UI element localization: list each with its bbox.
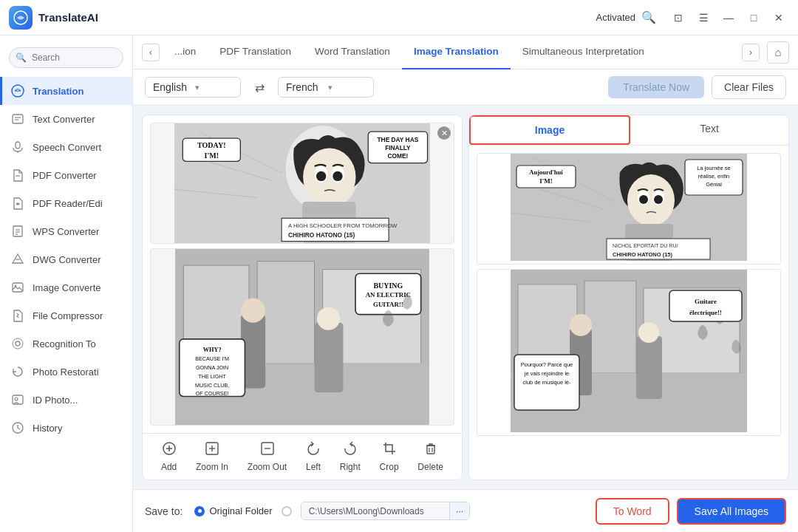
crop-btn[interactable]: Crop [375, 440, 403, 474]
tab-simultaneous[interactable]: Simultaneous Interpretation [511, 35, 656, 69]
swap-languages-btn[interactable]: ⇄ [248, 76, 270, 98]
delete-btn[interactable]: Delete [413, 440, 448, 474]
history-icon [10, 420, 25, 435]
svg-rect-6 [16, 142, 20, 149]
svg-text:FINALLY: FINALLY [385, 144, 411, 151]
activation-status: Activated 🔍 [596, 10, 656, 24]
translation-toolbar: English ▾ ⇄ French ▾ Translate Now Clear… [133, 69, 798, 106]
output-tab-text[interactable]: Text [630, 115, 788, 145]
sidebar-item-speech-convert[interactable]: Speech Convert [0, 133, 132, 161]
translation-icon [10, 83, 25, 98]
sidebar-item-recognition-label: Recognition To [33, 338, 96, 349]
dwg-converter-icon [10, 252, 25, 267]
sidebar-item-pdf-reader[interactable]: PDF Reader/Edi [0, 189, 132, 217]
svg-text:A HIGH SCHOOLER FROM TOMORROW: A HIGH SCHOOLER FROM TOMORROW [288, 222, 398, 229]
sidebar-item-pdf-converter[interactable]: PDF Converter [0, 161, 132, 189]
svg-text:MUSIC CLUB,: MUSIC CLUB, [195, 382, 229, 389]
output-tab-image[interactable]: Image [469, 115, 630, 145]
translated-image-bottom: Guitare électrique!! Pourquoi? Parce que… [477, 269, 781, 436]
sidebar-item-history[interactable]: History [0, 414, 132, 442]
home-btn[interactable]: ⌂ [767, 41, 789, 64]
original-folder-label: Original Folder [209, 505, 272, 516]
source-image-panel: ✕ [142, 115, 463, 480]
custom-path-radio-group[interactable] [282, 506, 292, 516]
svg-text:I'M!: I'M! [205, 151, 219, 160]
svg-rect-105 [636, 336, 662, 399]
zoom-in-btn[interactable]: Zoom In [191, 440, 233, 474]
svg-rect-9 [13, 226, 22, 236]
add-btn[interactable]: Add [157, 440, 181, 474]
id-photo-icon [10, 392, 25, 407]
svg-text:WHY?: WHY? [203, 346, 222, 352]
sidebar-item-id-photo[interactable]: ID Photo... [0, 386, 132, 414]
work-area: ✕ [133, 106, 798, 489]
rotate-left-icon [306, 441, 321, 460]
original-folder-radio-group[interactable]: Original Folder [194, 505, 272, 516]
source-manga-top-svg: TODAY! I'M! THE DAY HAS FINALLY COME! A … [151, 123, 454, 243]
content-area: ‹ ...ion PDF Translation Word Translatio… [133, 35, 798, 532]
pdf-reader-icon [10, 196, 25, 211]
tab-nav-back-btn[interactable]: ‹ [142, 44, 160, 61]
svg-rect-3 [13, 115, 23, 123]
svg-text:GUITAR!!: GUITAR!! [373, 300, 403, 307]
rotate-right-icon [343, 441, 358, 460]
maximize-btn[interactable]: □ [743, 7, 764, 28]
svg-text:Aujourd'hui: Aujourd'hui [529, 168, 563, 176]
zoom-in-icon [205, 441, 219, 460]
sidebar-item-dwg-converter[interactable]: DWG Converter [0, 245, 132, 273]
tab-bar: ‹ ...ion PDF Translation Word Translatio… [133, 35, 798, 69]
title-bar: TranslateAI Activated 🔍 ⊡ ☰ — □ ✕ [0, 0, 798, 35]
app-logo: TranslateAI [9, 6, 596, 30]
sidebar-item-translation-label: Translation [33, 86, 83, 97]
window-icon-btn[interactable]: ⊡ [668, 7, 689, 28]
sidebar-item-file-compressor[interactable]: File Compressor [0, 301, 132, 330]
sidebar: 🔍 Translation Text Converter Speech Conv… [0, 35, 133, 532]
menu-btn[interactable]: ☰ [693, 7, 714, 28]
source-language-select[interactable]: English ▾ [145, 77, 241, 98]
sidebar-item-pdf-reader-label: PDF Reader/Edi [33, 198, 103, 209]
tab-image-translation[interactable]: Image Translation [402, 35, 511, 69]
original-folder-radio[interactable] [194, 506, 205, 516]
svg-point-104 [570, 314, 592, 336]
sidebar-item-translation[interactable]: Translation [0, 77, 132, 105]
svg-point-84 [639, 195, 648, 204]
wps-converter-icon [10, 224, 25, 239]
rotate-left-btn[interactable]: Left [301, 440, 325, 474]
sidebar-item-file-compressor-label: File Compressor [33, 310, 103, 321]
tab-word-translation[interactable]: Word Translation [303, 35, 402, 69]
svg-text:I'M!: I'M! [539, 177, 553, 185]
to-word-btn[interactable]: To Word [596, 498, 669, 525]
tab-pdf-translation[interactable]: PDF Translation [208, 35, 303, 69]
app-title: TranslateAI [38, 11, 98, 24]
sidebar-item-image-converter[interactable]: Image Converte [0, 273, 132, 301]
svg-point-18 [13, 338, 23, 349]
clear-files-btn[interactable]: Clear Files [712, 75, 786, 99]
tab-translation[interactable]: ...ion [163, 35, 208, 69]
translate-now-btn[interactable]: Translate Now [608, 76, 704, 98]
svg-text:GONNA JOIN: GONNA JOIN [196, 364, 228, 371]
path-input-wrap: ··· [301, 502, 471, 520]
svg-text:BECAUSE I'M: BECAUSE I'M [195, 355, 229, 361]
svg-text:club de musique lé-: club de musique lé- [522, 379, 571, 386]
sidebar-item-photo-restorati[interactable]: Photo Restorati [0, 358, 132, 386]
translated-manga-top-svg: Aujourd'hui I'M! La journée se réalise, … [477, 154, 780, 261]
zoom-out-btn[interactable]: Zoom Out [243, 440, 291, 474]
close-btn[interactable]: ✕ [768, 7, 789, 28]
sidebar-item-wps-converter[interactable]: WPS Converter [0, 217, 132, 245]
save-path-input[interactable] [301, 503, 449, 519]
target-language-select[interactable]: French ▾ [278, 77, 374, 98]
svg-text:Guitare: Guitare [695, 298, 717, 305]
main-layout: 🔍 Translation Text Converter Speech Conv… [0, 35, 798, 532]
rotate-right-btn[interactable]: Right [335, 440, 365, 474]
tab-nav-forward-btn[interactable]: › [742, 44, 760, 61]
output-tab-bar: Image Text [469, 115, 788, 146]
sidebar-item-recognition[interactable]: Recognition To [0, 330, 132, 358]
minimize-btn[interactable]: — [718, 7, 739, 28]
source-image-bottom: BUYING AN ELECTRIC GUITAR!! WHY? BECAUSE… [150, 248, 454, 426]
sidebar-item-text-converter[interactable]: Text Converter [0, 105, 132, 133]
svg-point-17 [16, 341, 20, 346]
save-all-images-btn[interactable]: Save All Images [677, 498, 786, 525]
browse-path-btn[interactable]: ··· [449, 502, 470, 519]
close-top-image-btn[interactable]: ✕ [437, 126, 451, 140]
custom-path-radio[interactable] [282, 506, 292, 516]
